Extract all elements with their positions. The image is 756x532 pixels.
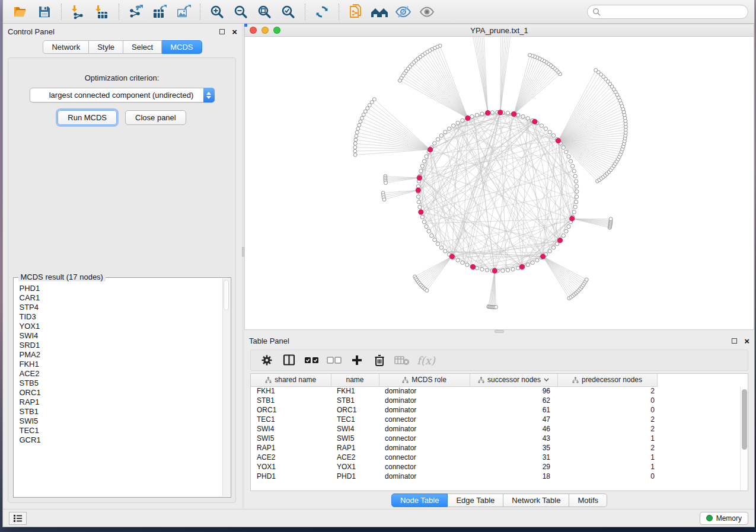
table-cell[interactable]: dominator [379,386,470,396]
float-panel-icon[interactable] [219,29,225,34]
table-cell[interactable]: SWI4 [251,424,331,434]
import-network-button[interactable] [66,2,90,22]
column-header-mcds-role[interactable]: MCDS role [379,374,470,386]
scrollbar-thumb[interactable] [224,280,229,310]
mcds-list-scrollbar[interactable] [222,278,230,496]
column-header-name[interactable]: name [331,374,379,386]
mcds-result-item[interactable]: CAR1 [20,293,225,303]
table-cell[interactable]: 1 [557,434,657,443]
table-cell[interactable]: SWI4 [331,424,379,434]
table-cell[interactable]: 35 [470,443,557,453]
float-panel-icon[interactable] [732,338,737,344]
table-cell[interactable]: TEC1 [251,415,331,424]
table-row[interactable]: STB1STB1dominator620 [251,396,657,405]
table-cell[interactable]: FKH1 [251,386,331,396]
network-graph[interactable] [245,37,754,329]
splitter-handle[interactable] [495,330,504,333]
minimize-window-icon[interactable] [261,27,269,34]
mcds-result-item[interactable]: YOX1 [20,322,225,331]
table-row[interactable]: SWI4SWI4dominator462 [251,424,657,434]
tab-node-table[interactable]: Node Table [391,493,448,507]
table-cell[interactable]: SWI5 [251,434,331,443]
table-cell[interactable]: 1 [557,453,657,462]
select-all-button[interactable] [302,351,322,369]
table-cell[interactable]: RAP1 [331,443,379,453]
table-cell[interactable]: YOX1 [331,462,379,472]
table-cell[interactable]: STB1 [251,396,331,405]
add-column-button[interactable] [347,351,367,369]
zoom-selected-button[interactable] [276,2,300,22]
close-panel-button[interactable]: Close panel [125,110,186,125]
mcds-result-item[interactable]: STB1 [20,407,225,416]
table-cell[interactable]: 43 [470,434,557,443]
table-cell[interactable]: YOX1 [251,462,331,472]
mcds-result-item[interactable]: RAP1 [20,398,225,407]
table-cell[interactable]: ORC1 [251,405,331,415]
close-panel-icon[interactable]: × [232,27,237,36]
show-columns-button[interactable] [279,351,299,369]
close-window-icon[interactable] [250,27,257,34]
zoom-fit-button[interactable] [253,2,276,22]
column-header-shared-name[interactable]: shared name [251,374,331,386]
task-history-button[interactable] [9,512,27,525]
zoom-in-button[interactable] [205,2,229,22]
function-builder-label[interactable]: f(x) [417,354,435,367]
network-canvas[interactable] [244,37,754,330]
new-network-from-selection-button[interactable] [344,2,368,22]
table-cell[interactable]: FKH1 [331,386,379,396]
import-table-button[interactable] [90,2,114,22]
table-row[interactable]: PHD1PHD1dominator180 [251,472,657,481]
table-cell[interactable]: 96 [470,386,557,396]
table-cell[interactable]: 47 [470,415,557,424]
mcds-result-item[interactable]: ACE2 [20,369,225,379]
table-cell[interactable]: 62 [470,396,557,405]
table-row[interactable]: ORC1ORC1dominator610 [251,405,657,415]
table-cell[interactable]: 0 [557,396,657,405]
table-cell[interactable]: TEC1 [331,415,379,424]
mcds-result-item[interactable]: SWI5 [20,416,225,426]
table-cell[interactable]: dominator [379,443,470,453]
table-cell[interactable]: dominator [379,472,470,481]
mcds-result-item[interactable]: ORC1 [20,388,225,398]
hide-selected-button[interactable] [391,2,415,22]
table-cell[interactable]: 31 [470,453,557,462]
mcds-result-item[interactable]: SRD1 [20,341,225,350]
table-cell[interactable]: PHD1 [251,472,331,481]
tab-network[interactable]: Network [43,40,89,54]
table-cell[interactable]: 18 [470,472,557,481]
table-cell[interactable]: ACE2 [251,453,331,462]
table-cell[interactable]: 2 [557,443,657,453]
memory-button[interactable]: Memory [700,512,748,525]
mcds-result-item[interactable]: PHD1 [20,284,225,293]
column-header-successor-nodes[interactable]: successor nodes [470,374,557,386]
show-all-button[interactable] [415,2,439,22]
table-cell[interactable]: dominator [379,396,470,405]
export-network-button[interactable] [124,2,148,22]
table-row[interactable]: SWI5SWI5connector431 [251,434,657,443]
table-cell[interactable]: connector [379,434,470,443]
mcds-result-item[interactable]: STP4 [20,303,225,312]
run-mcds-button[interactable]: Run MCDS [58,110,117,125]
table-cell[interactable]: PHD1 [331,472,379,481]
table-cell[interactable]: STB1 [331,396,379,405]
scrollbar-thumb[interactable] [742,389,747,450]
tab-motifs[interactable]: Motifs [569,493,607,507]
table-cell[interactable]: ORC1 [331,405,379,415]
mcds-result-item[interactable]: STB5 [20,379,225,388]
table-cell[interactable]: 1 [557,462,657,472]
table-cell[interactable]: ACE2 [331,453,379,462]
export-image-button[interactable] [171,2,195,22]
table-cell[interactable]: 0 [557,405,657,415]
save-session-button[interactable] [33,2,56,22]
table-row[interactable]: RAP1RAP1dominator352 [251,443,657,453]
table-cell[interactable]: 46 [470,424,557,434]
table-cell[interactable]: dominator [379,405,470,415]
mcds-result-item[interactable]: SWI4 [20,331,225,341]
table-row[interactable]: TEC1TEC1connector472 [251,415,657,424]
table-row[interactable]: ACE2ACE2connector311 [251,453,657,462]
table-cell[interactable]: 2 [557,415,657,424]
table-cell[interactable]: connector [379,453,470,462]
mcds-result-item[interactable]: TEC1 [20,426,225,435]
open-file-button[interactable] [9,2,33,22]
maximize-window-icon[interactable] [273,27,280,34]
